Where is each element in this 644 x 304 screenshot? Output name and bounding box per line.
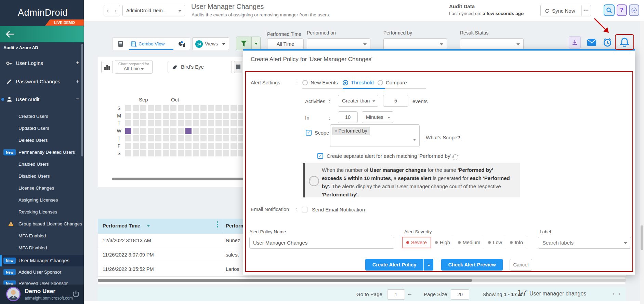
prev-page-icon[interactable]: ‹ <box>613 290 615 297</box>
in-value-input[interactable] <box>338 111 358 123</box>
page-number-input[interactable] <box>387 289 405 300</box>
tasks-button[interactable] <box>629 4 639 16</box>
chart-type-button[interactable] <box>101 61 113 73</box>
sync-now-label: Sync Now <box>552 8 575 14</box>
severity-info[interactable]: Info <box>506 237 527 248</box>
label-search-input[interactable] <box>542 239 618 246</box>
filter-performed-on[interactable] <box>307 38 370 50</box>
whats-scope-link[interactable]: What's Scope? <box>426 135 460 140</box>
sidebar-item-user-logins[interactable]: User Logins + <box>0 58 84 68</box>
column-header-performed-time[interactable]: Performed Time <box>103 223 140 229</box>
radio-new-events[interactable] <box>302 80 308 85</box>
scope-multiselect[interactable]: ×Performed by <box>330 124 420 147</box>
label-select[interactable] <box>538 237 631 249</box>
tag-remove-icon[interactable]: × <box>335 129 337 133</box>
radio-threshold[interactable] <box>343 80 348 85</box>
heatmap-cell <box>133 135 139 141</box>
tab-combo-view[interactable]: Combo View <box>129 38 173 50</box>
heatmap-cell <box>223 120 229 126</box>
tenant-selector[interactable]: AdminDroid Dem... <box>122 5 185 16</box>
page-vscrollbar-thumb[interactable] <box>641 225 643 250</box>
filter-performed-by-label: Performed by <box>383 30 412 36</box>
sync-now-button[interactable]: Sync Now ... <box>540 5 591 16</box>
heatmap-cell <box>215 143 222 149</box>
filter-result-status[interactable] <box>460 38 524 50</box>
collapse-icon[interactable]: − <box>76 96 79 102</box>
check-alert-preview-button[interactable]: Check Alert Preview <box>441 259 503 271</box>
back-arrow-icon[interactable] <box>5 30 14 38</box>
send-email-label: Send Email Notification <box>312 207 365 212</box>
create-alert-policy-button[interactable]: Create Alert Policy <box>365 259 423 271</box>
filter-performed-time[interactable]: All Time <box>267 38 304 50</box>
back-nav-button[interactable]: ‹ <box>104 5 112 16</box>
views-count-badge: 14 <box>195 40 203 48</box>
history-nav: ‹ › <box>104 5 120 16</box>
views-dropdown-button[interactable]: 14 Views <box>192 37 229 50</box>
tab-grid-view[interactable] <box>113 38 129 50</box>
severity-low[interactable]: Low <box>484 237 506 248</box>
sort-icon[interactable] <box>147 225 150 227</box>
activities-operator-select[interactable]: Greater than <box>338 95 378 107</box>
policy-name-input[interactable] <box>249 237 394 249</box>
day-label: S <box>116 151 122 156</box>
heatmap-cell <box>223 113 229 119</box>
modal-footer-divider <box>246 223 632 223</box>
expand-icon[interactable]: + <box>76 78 79 85</box>
radio-new-events-label[interactable]: New Events <box>311 80 338 85</box>
day-label: W <box>116 128 122 134</box>
in-unit-select[interactable]: Minutes <box>362 111 393 123</box>
heatmap-cell <box>148 120 154 126</box>
filter-performed-by[interactable] <box>383 38 447 50</box>
page-title: User Manager Changes <box>191 3 264 11</box>
filter-options-button[interactable] <box>251 37 261 50</box>
tab-chart-view[interactable] <box>173 38 190 50</box>
severity-medium[interactable]: Medium <box>454 237 485 248</box>
email-report-button[interactable] <box>586 37 598 48</box>
filter-button[interactable] <box>236 37 252 50</box>
sidebar-item-label: Added User Sponsor <box>18 270 61 275</box>
heatmap-cell <box>193 128 199 134</box>
next-page-icon[interactable]: › <box>618 290 620 297</box>
birds-eye-button[interactable]: Bird's Eye <box>168 61 232 73</box>
threshold-info-panel: i When the number of User manager change… <box>303 163 520 197</box>
app-logo: AdminDroid <box>18 8 68 18</box>
help-button[interactable]: ? <box>617 4 627 16</box>
separate-alert-checkbox[interactable]: ✓ <box>317 153 323 159</box>
bottom-strip <box>84 301 644 304</box>
severity-high[interactable]: High <box>431 237 454 248</box>
severity-severe[interactable]: Severe <box>402 237 431 248</box>
sidebar-item-user-manager-changes[interactable]: New User Manager Changes <box>0 255 84 266</box>
power-icon[interactable] <box>72 290 80 298</box>
heatmap-cell <box>148 128 154 134</box>
funnel-icon <box>241 41 247 46</box>
avatar[interactable] <box>6 287 21 301</box>
sidebar-item-user-audit[interactable]: User Audit − <box>0 94 84 105</box>
radio-compare-label[interactable]: Compare <box>386 80 407 85</box>
radio-compare[interactable] <box>378 80 383 85</box>
chart-hscrollbar-thumb[interactable] <box>112 178 264 180</box>
activities-count-input[interactable] <box>383 95 408 107</box>
sync-more-button[interactable]: ... <box>581 5 591 16</box>
info-icon[interactable]: i <box>452 154 458 160</box>
page-size-input[interactable] <box>451 289 469 300</box>
column-menu-icon[interactable] <box>217 221 218 227</box>
heatmap-cell <box>125 150 131 156</box>
chart-period-selector[interactable]: Chart prepared for All Time <box>115 60 153 74</box>
table-hscrollbar-thumb[interactable] <box>98 279 472 282</box>
heatmap-cell <box>125 120 131 126</box>
scope-checkbox[interactable]: ✓ <box>306 130 312 136</box>
expand-icon[interactable]: + <box>76 59 79 66</box>
global-search-button[interactable] <box>604 4 615 16</box>
radio-threshold-label[interactable]: Threshold <box>351 80 374 85</box>
cancel-button[interactable]: Cancel <box>510 259 532 271</box>
create-alert-policy-dropdown[interactable] <box>424 259 433 271</box>
schedule-button[interactable] <box>601 36 614 49</box>
forward-nav-button[interactable]: › <box>112 5 120 16</box>
send-email-checkbox[interactable] <box>302 207 307 212</box>
scope-tag[interactable]: ×Performed by <box>332 127 370 135</box>
chart-extra-button[interactable] <box>234 61 242 73</box>
page-back-arrow[interactable]: ← <box>407 291 412 297</box>
export-button[interactable] <box>569 36 581 49</box>
sidebar-item-password-changes[interactable]: Password Changes + <box>0 77 84 87</box>
document-icon <box>118 41 123 47</box>
